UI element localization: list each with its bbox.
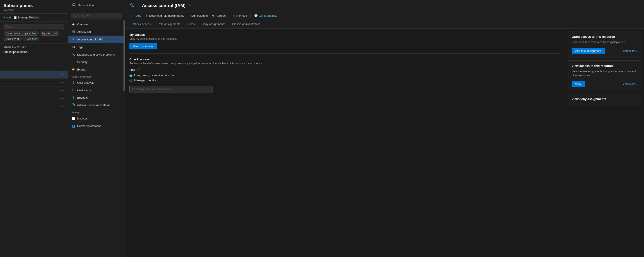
svg-point-9 (132, 5, 134, 7)
add-toolbar-button[interactable]: + + Add (130, 13, 143, 18)
radio-group: User, group, or service principal Manage… (130, 74, 561, 82)
view-access-learn-more[interactable]: Learn more (622, 83, 638, 86)
nav-item-activity-log[interactable]: Activity log (68, 28, 125, 36)
table-row[interactable]: ··· (0, 55, 68, 63)
right-toolbar: + + Add ⬇ Download role assignments ≡ Ed… (125, 12, 644, 20)
view-deny-card: View deny assignments (568, 94, 641, 106)
nav-item-overview[interactable]: ◆ Overview (68, 21, 125, 28)
nav-item-partner[interactable]: 👥 Partner information (68, 122, 125, 130)
plus-icon: + (131, 14, 133, 17)
add-filter-button[interactable]: + Add filter (23, 37, 39, 41)
table-row[interactable]: ··· (0, 79, 68, 87)
left-subtitle: Microsoft (4, 9, 64, 12)
global-filter-chip[interactable]: Subscriptions == global filter (4, 31, 38, 36)
partner-icon: 👥 (72, 124, 75, 128)
row-more-icon[interactable]: ··· (60, 64, 64, 69)
table-row[interactable]: ··· (0, 94, 68, 102)
my-role-filter-chip[interactable]: My role == all (40, 31, 59, 36)
right-panel: Access control (IAM) ··· + + Add ⬇ Downl… (125, 0, 644, 257)
manage-policies-button[interactable]: 📋 Manage Policies (14, 16, 39, 19)
find-label: Find (130, 68, 135, 71)
remove-button[interactable]: ✕ Remove (231, 13, 248, 18)
filters-section: Subscriptions == global filter My role =… (0, 22, 68, 44)
refresh-icon: ↺ (212, 14, 214, 17)
search-name-email-input[interactable] (130, 86, 213, 93)
grant-access-learn-more[interactable]: Learn more (622, 50, 638, 53)
edit-columns-button[interactable]: ≡ Edit columns (187, 13, 210, 18)
left-title: Subscriptions « (4, 3, 64, 8)
radio-filled-icon (130, 74, 132, 77)
header-more-icon[interactable]: ··· (189, 3, 192, 8)
scroll-indicator (124, 21, 125, 91)
table-row[interactable]: ··· (0, 87, 68, 94)
table-row[interactable]: ··· (0, 102, 68, 110)
events-icon: ⚡ (72, 68, 75, 71)
my-access-desc: View my level of access to this resource… (130, 37, 561, 41)
collapse-left-btn[interactable]: « (62, 4, 64, 8)
view-access-footer: View Learn more (572, 81, 638, 87)
check-access-desc: Review the level of access a user, group… (130, 62, 561, 65)
row-more-icon[interactable]: ··· (60, 104, 64, 109)
view-access-button[interactable]: View (572, 81, 585, 87)
feedback-icon: 💬 (254, 14, 258, 17)
table-row[interactable]: ··· (0, 63, 68, 71)
left-search-input[interactable] (4, 24, 64, 30)
nav-item-budgets[interactable]: $ Budgets (68, 94, 125, 101)
toolbar-sep2 (250, 14, 251, 18)
security-icon: 🛡 (72, 60, 75, 64)
radio-user-group[interactable]: User, group, or service principal (130, 74, 561, 77)
add-role-assignment-button[interactable]: Add role assignment (572, 48, 605, 54)
refresh-button[interactable]: ↺ Refresh (210, 13, 228, 18)
my-access-title: My access (130, 33, 561, 37)
remove-icon: ✕ (233, 14, 235, 17)
page-title: Access control (IAM) (138, 3, 186, 8)
divider-1 (130, 53, 561, 54)
row-more-icon[interactable]: ··· (60, 96, 64, 101)
right-header: Access control (IAM) ··· (125, 0, 644, 12)
check-access-learn-more[interactable]: Learn more (246, 62, 262, 65)
nav-item-invoices[interactable]: 📄 Invoices (68, 115, 125, 122)
grant-access-card: Grant access to this resource Grant acce… (568, 31, 641, 58)
view-my-access-button[interactable]: View my access (130, 43, 157, 50)
status-filter-chip[interactable]: Status == all (4, 37, 22, 41)
billing-section-title: Billing (68, 109, 125, 115)
subscription-list: ··· ··· ··· ··· ··· ··· ··· (0, 55, 68, 257)
nav-item-advisor[interactable]: Advisor recommendations (68, 101, 125, 109)
download-button[interactable]: ⬇ Download role assignments (144, 13, 186, 18)
table-row[interactable]: ··· (0, 71, 68, 79)
nav-item-access-control[interactable]: Access control (IAM) (68, 36, 125, 43)
row-more-icon[interactable]: ··· (60, 72, 64, 77)
middle-header: Subscription (68, 0, 125, 11)
nav-item-security[interactable]: 🛡 Security (68, 58, 125, 66)
row-more-icon[interactable]: ··· (60, 80, 64, 85)
tab-role-assignments[interactable]: Role assignments (154, 20, 184, 28)
tab-check-access[interactable]: Check access (130, 20, 154, 28)
info-icon[interactable]: i (137, 68, 140, 71)
nav-item-cost-analysis[interactable]: $ Cost analysis (68, 79, 125, 86)
cost-management-section-title: Cost Management (68, 73, 125, 79)
diagnose-icon: 🔧 (72, 53, 75, 56)
columns-icon: ≡ (189, 14, 190, 17)
tab-classic-admins[interactable]: Classic administrators (228, 20, 264, 28)
tabs-row: Check access Role assignments Roles Deny… (125, 20, 644, 29)
nav-item-events[interactable]: ⚡ Events (68, 66, 125, 73)
view-deny-title: View deny assignments (572, 97, 638, 101)
add-button[interactable]: + Add (4, 16, 11, 19)
access-control-icon (72, 38, 75, 41)
more-options-button[interactable]: ··· (42, 16, 44, 19)
row-more-icon[interactable]: ··· (60, 57, 64, 61)
nav-item-diagnose[interactable]: 🔧 Diagnose and solve problems (68, 51, 125, 58)
nav-item-cost-alerts[interactable]: $ Cost alerts (68, 86, 125, 94)
iam-header-icon (130, 3, 135, 9)
middle-search-input[interactable] (71, 13, 122, 19)
radio-managed-identity[interactable]: Managed identity (130, 79, 561, 82)
tab-roles[interactable]: Roles (184, 20, 198, 28)
budgets-icon: $ (72, 96, 75, 99)
subscription-list-header: Subscription name ↑↓ (0, 49, 68, 55)
nav-item-tags[interactable]: 🏷 Tags (68, 43, 125, 51)
feedback-button[interactable]: 💬 Got feedback? (252, 13, 279, 18)
tab-deny-assignments[interactable]: Deny assignments (198, 20, 229, 28)
left-toolbar: + Add 📋 Manage Policies ··· (0, 14, 68, 22)
row-more-icon[interactable]: ··· (60, 88, 64, 93)
subscription-icon (72, 3, 76, 8)
